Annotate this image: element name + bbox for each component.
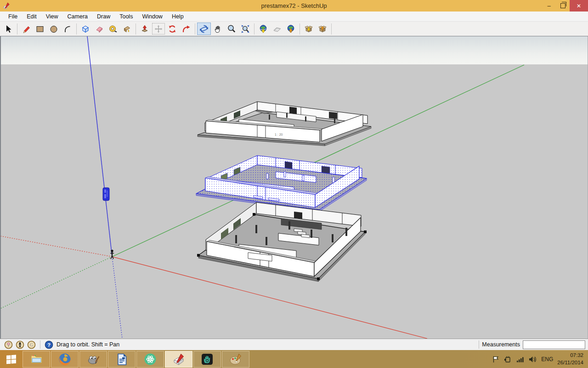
line-tool-button[interactable] xyxy=(19,23,33,35)
minimize-button[interactable]: – xyxy=(542,0,556,12)
firefox-icon xyxy=(58,352,72,366)
pencil-icon xyxy=(22,24,31,34)
modeling-viewport[interactable]: 1 : 20 xyxy=(0,36,588,339)
eraser-tool-button[interactable] xyxy=(92,23,106,35)
paint-bucket-tool-button[interactable] xyxy=(120,23,134,35)
svg-text:?: ? xyxy=(47,342,51,347)
globe-download-icon xyxy=(259,24,268,34)
window-title: prestamex72 - SketchUp xyxy=(0,2,588,9)
red-axis-dotted xyxy=(0,236,112,257)
rectangle-tool-button[interactable] xyxy=(33,23,47,35)
taskbar-writer-document[interactable] xyxy=(108,351,136,368)
taskbar-hand-paint-app[interactable] xyxy=(193,351,221,368)
menu-edit[interactable]: Edit xyxy=(22,13,41,20)
volume-icon[interactable] xyxy=(528,356,537,363)
geolocation-icon[interactable] xyxy=(4,340,13,349)
move-arrows-icon xyxy=(154,24,163,34)
orbit-tool-button[interactable] xyxy=(197,23,211,35)
clock[interactable]: 07:32 26/11/2014 xyxy=(557,352,583,366)
measurements-separator xyxy=(479,340,479,349)
share-model-tool-button[interactable] xyxy=(316,23,329,35)
taskbar-gimp[interactable] xyxy=(79,351,107,368)
viewport-left-border xyxy=(0,36,1,339)
zoom-tool-button[interactable] xyxy=(225,23,238,35)
make-component-tool-button[interactable] xyxy=(79,23,92,35)
menu-file[interactable]: File xyxy=(4,13,22,20)
rotate-icon xyxy=(168,24,177,34)
bottom-floor-model[interactable] xyxy=(197,202,367,282)
place-model-tool-button[interactable] xyxy=(284,23,298,35)
rotate-tool-button[interactable] xyxy=(165,23,179,35)
follow-me-tool-button[interactable] xyxy=(179,23,193,35)
selected-floor-model[interactable] xyxy=(196,155,367,212)
get-models-tool-button[interactable] xyxy=(302,23,316,35)
zoom-magnifier-icon xyxy=(227,24,236,34)
taskbar: ENG 07:32 26/11/2014 xyxy=(0,350,588,368)
start-button[interactable] xyxy=(0,350,22,368)
restore-button[interactable] xyxy=(556,0,570,12)
status-hint: Drag to orbit. Shift = Pan xyxy=(57,341,119,348)
atom-app-icon xyxy=(143,352,157,366)
measurements-label: Measurements xyxy=(482,341,520,348)
scale-figure[interactable] xyxy=(110,250,114,259)
move-tool-button[interactable] xyxy=(152,23,165,35)
menu-bar: File Edit View Camera Draw Tools Window … xyxy=(0,12,588,22)
add-location-tool-button[interactable] xyxy=(256,23,270,35)
windows-logo-icon xyxy=(5,353,17,365)
help-icon[interactable]: ? xyxy=(45,340,53,349)
svg-text:G: G xyxy=(30,342,33,347)
sketchup-taskbar-icon xyxy=(172,352,186,366)
sketchup-window: prestamex72 - SketchUp – ✕ File Edit Vie… xyxy=(0,0,588,368)
hand-paint-app-icon xyxy=(200,352,214,366)
circle-tool-button[interactable] xyxy=(47,23,61,35)
power-icon[interactable] xyxy=(503,356,512,363)
zoom-extents-tool-button[interactable] xyxy=(238,23,252,35)
pan-hand-icon xyxy=(213,24,222,34)
blue-axis xyxy=(87,36,112,257)
palette-paint-app-icon xyxy=(229,352,243,366)
menu-camera[interactable]: Camera xyxy=(63,13,92,20)
taskbar-file-explorer[interactable] xyxy=(23,351,50,368)
zoom-extents-icon xyxy=(241,24,250,34)
google-signin-icon[interactable]: G xyxy=(27,340,36,349)
flag-icon[interactable] xyxy=(492,356,499,363)
push-pull-tool-button[interactable] xyxy=(138,23,152,35)
restore-icon xyxy=(560,3,565,8)
taskbar-sketchup[interactable] xyxy=(165,351,192,368)
globe-upload-icon xyxy=(286,24,295,34)
network-icon[interactable] xyxy=(516,356,524,363)
select-tool-button[interactable] xyxy=(1,23,15,35)
taskbar-firefox[interactable] xyxy=(51,351,79,368)
writer-document-icon xyxy=(115,352,129,366)
menu-view[interactable]: View xyxy=(41,13,63,20)
circle-icon xyxy=(49,24,58,34)
terrain-plane-icon xyxy=(272,24,282,34)
menu-help[interactable]: Help xyxy=(167,13,188,20)
file-explorer-icon xyxy=(29,352,43,366)
taskbar-palette-paint-app[interactable] xyxy=(222,351,249,368)
follow-me-icon xyxy=(181,24,191,34)
menu-window[interactable]: Window xyxy=(137,13,167,20)
selected-component[interactable] xyxy=(103,188,109,201)
menu-tools[interactable]: Tools xyxy=(115,13,137,20)
person-credit-icon[interactable] xyxy=(16,340,24,349)
system-tray: ENG 07:32 26/11/2014 xyxy=(492,350,588,368)
rectangle-icon xyxy=(35,24,45,34)
language-indicator[interactable]: ENG xyxy=(541,356,553,362)
scale-label: 1 : 20 xyxy=(275,133,283,136)
close-button[interactable]: ✕ xyxy=(570,0,588,12)
measurements-input[interactable] xyxy=(523,340,585,349)
menu-draw[interactable]: Draw xyxy=(92,13,115,20)
orbit-icon xyxy=(199,24,209,34)
status-bar: G ? Drag to orbit. Shift = Pan Measureme… xyxy=(0,339,588,350)
paint-bucket-icon xyxy=(122,24,131,34)
clock-time: 07:32 xyxy=(557,352,583,359)
arc-tool-button[interactable] xyxy=(61,23,74,35)
pan-tool-button[interactable] xyxy=(211,23,225,35)
top-floor-model[interactable]: 1 : 20 xyxy=(198,102,371,146)
eraser-icon xyxy=(95,24,104,34)
green-axis-dotted xyxy=(0,257,112,309)
tape-measure-tool-button[interactable] xyxy=(106,23,120,35)
toggle-terrain-tool-button[interactable] xyxy=(270,23,284,35)
taskbar-atom-app[interactable] xyxy=(136,351,164,368)
